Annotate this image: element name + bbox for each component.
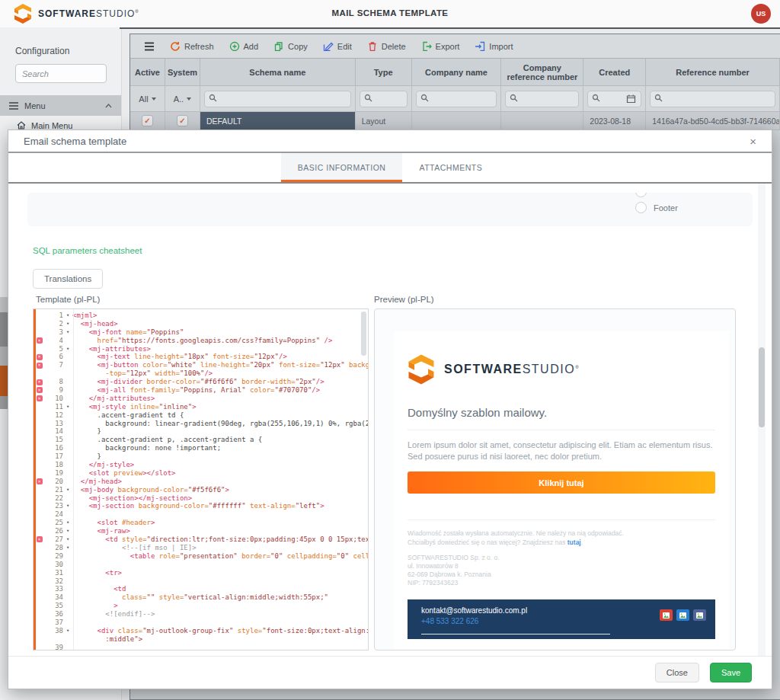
close-button[interactable]: Close bbox=[655, 663, 699, 682]
editor-line-17: 17 } bbox=[34, 452, 368, 461]
cell-created[interactable]: 2023-08-18 bbox=[583, 112, 646, 129]
copy-button[interactable]: Copy bbox=[267, 38, 314, 54]
editor-line-38: 38▾ <div class="mj-outlook-group-fix" st… bbox=[34, 627, 368, 635]
social-broken-image-icon[interactable] bbox=[676, 609, 689, 621]
radio-option-footer[interactable]: Footer bbox=[635, 202, 678, 213]
brand-s-icon bbox=[408, 354, 435, 385]
cell-system[interactable]: ✓ bbox=[165, 112, 200, 129]
dropdown-caret-icon bbox=[152, 97, 156, 101]
cell-active[interactable]: ✓ bbox=[130, 112, 165, 129]
column-header-company-reference-number[interactable]: Company reference number bbox=[501, 59, 583, 85]
export-icon bbox=[421, 41, 432, 51]
fold-arrow-icon[interactable]: ▾ bbox=[63, 320, 72, 328]
column-header-schema-name[interactable]: Schema name bbox=[200, 59, 356, 85]
editor-scrollbar-thumb[interactable] bbox=[361, 312, 366, 356]
error-marker-icon: × bbox=[37, 387, 43, 393]
fold-arrow-icon[interactable]: ▾ bbox=[63, 535, 72, 544]
modal-scrollbar[interactable] bbox=[758, 184, 766, 656]
delete-button[interactable]: Delete bbox=[361, 38, 412, 54]
fold-arrow-icon[interactable]: ▾ bbox=[63, 627, 72, 635]
editor-line-24: 24 bbox=[34, 510, 368, 519]
close-icon[interactable]: × bbox=[750, 136, 756, 147]
schema-options-panel: Footer bbox=[27, 193, 753, 226]
translations-tab[interactable]: Translations bbox=[33, 269, 103, 289]
app-header: SOFTWARESTUDIO® MAIL SCHEMA TEMPLATE US bbox=[0, 0, 780, 27]
import-button[interactable]: Import bbox=[468, 38, 519, 54]
address-line: 62-069 Dąbrowa k. Poznania bbox=[408, 571, 715, 579]
cell-reference_number[interactable]: 1416a47a-bd50-4cd5-bb3f-714660a1 bbox=[646, 112, 780, 129]
radio-option-clipped[interactable] bbox=[635, 193, 647, 197]
social-broken-image-icon[interactable] bbox=[660, 609, 673, 621]
checkbox-checked-icon[interactable]: ✓ bbox=[142, 115, 153, 126]
sidebar-menu-header[interactable]: Menu bbox=[0, 95, 121, 116]
filter-company-name[interactable] bbox=[412, 86, 502, 111]
preview-disclaimer: Wiadomość została wysłana automatycznie.… bbox=[408, 529, 715, 547]
editor-line-8: ×8 <mj-divider border-color="#f6f6f6" bo… bbox=[34, 378, 368, 386]
save-button[interactable]: Save bbox=[710, 663, 752, 682]
search-icon bbox=[364, 94, 375, 104]
grid-menu-button[interactable] bbox=[138, 38, 161, 54]
checkbox-checked-icon[interactable]: ✓ bbox=[177, 115, 188, 126]
sidebar-search-input[interactable]: Search bbox=[15, 64, 107, 83]
editor-line-33: 33 <td bbox=[34, 585, 368, 593]
column-header-created[interactable]: Created bbox=[583, 59, 646, 85]
editor-line-16: 16 background: none !important; bbox=[34, 444, 368, 452]
fold-arrow-icon[interactable]: ▾ bbox=[63, 527, 72, 535]
column-header-system[interactable]: System bbox=[165, 59, 200, 85]
filter-created[interactable] bbox=[583, 86, 646, 111]
sidebar-section-label: Configuration bbox=[15, 46, 121, 56]
tab-basic-information[interactable]: BASIC INFORMATION bbox=[281, 153, 403, 182]
error-marker-icon: × bbox=[37, 536, 43, 542]
mjml-code-editor[interactable]: 1▾<mjml>2▾ <mj-head>3▾ <mj-font name="Po… bbox=[33, 308, 369, 650]
modal-body: Footer SQL parameters cheatsheet Transla… bbox=[8, 184, 772, 656]
search-icon bbox=[592, 94, 603, 104]
filter-type[interactable] bbox=[356, 86, 412, 111]
fold-arrow-icon[interactable]: ▾ bbox=[63, 519, 72, 527]
editor-line-1: 1▾<mjml> bbox=[34, 312, 368, 320]
social-icons bbox=[660, 609, 706, 621]
fold-arrow-icon[interactable]: ▾ bbox=[63, 328, 72, 337]
preview-cta-button[interactable]: Kliknij tutaj bbox=[408, 471, 715, 494]
fold-arrow-icon[interactable]: ▾ bbox=[63, 403, 72, 411]
preview-heading: Domyślny szablon mailowy. bbox=[408, 406, 715, 430]
cell-company_reference_number[interactable] bbox=[501, 112, 583, 129]
tutaj-link[interactable]: tutaj bbox=[567, 539, 581, 546]
filter-schema-name[interactable] bbox=[200, 86, 356, 111]
modal-scrollbar-thumb[interactable] bbox=[759, 347, 765, 427]
add-button[interactable]: Add bbox=[223, 38, 265, 54]
editor-line-18: 18 </mj-style> bbox=[34, 461, 368, 469]
editor-line-32: 32 bbox=[34, 577, 368, 586]
filter-system[interactable]: A.. bbox=[165, 86, 200, 111]
tab-attachments[interactable]: ATTACHMENTS bbox=[402, 153, 499, 182]
refresh-button[interactable]: Refresh bbox=[164, 38, 220, 54]
fold-arrow-icon[interactable]: ▾ bbox=[63, 312, 72, 320]
preview-address-block: SOFTWARESTUDIO Sp. z o. o.ul. Innowatoró… bbox=[408, 554, 715, 587]
filter-reference-number[interactable] bbox=[646, 86, 780, 111]
table-row[interactable]: ✓✓DEFAULTLayout2023-08-181416a47a-bd50-4… bbox=[130, 112, 780, 130]
sidebar-item-label: Main Menu bbox=[31, 121, 72, 130]
fold-arrow-icon[interactable]: ▾ bbox=[63, 502, 72, 510]
modal-tabs: BASIC INFORMATION ATTACHMENTS bbox=[8, 153, 772, 184]
column-header-reference-number[interactable]: Reference number bbox=[646, 59, 780, 85]
edit-button[interactable]: Edit bbox=[317, 38, 358, 54]
column-header-company-name[interactable]: Company name bbox=[412, 59, 502, 85]
column-header-active[interactable]: Active bbox=[130, 59, 165, 85]
cell-schema_name[interactable]: DEFAULT bbox=[200, 112, 356, 129]
cell-type[interactable]: Layout bbox=[356, 112, 412, 129]
preview-label: Preview (pl-PL) bbox=[374, 295, 434, 304]
error-marker-icon: × bbox=[37, 337, 43, 344]
radio-icon bbox=[635, 193, 647, 197]
column-header-type[interactable]: Type bbox=[356, 59, 412, 85]
fold-arrow-icon[interactable]: ▾ bbox=[63, 345, 72, 353]
cell-company_name[interactable] bbox=[412, 112, 502, 129]
social-broken-image-icon[interactable] bbox=[693, 609, 706, 621]
fold-arrow-icon[interactable]: ▾ bbox=[63, 544, 72, 552]
filter-company-reference-number[interactable] bbox=[501, 86, 583, 111]
sql-parameters-cheatsheet-link[interactable]: SQL parameters cheatsheet bbox=[33, 246, 142, 255]
filter-active[interactable]: All bbox=[130, 86, 165, 111]
export-button[interactable]: Export bbox=[415, 38, 466, 54]
user-avatar[interactable]: US bbox=[751, 4, 771, 24]
calendar-icon[interactable] bbox=[626, 94, 637, 104]
editor-line-2: 2▾ <mj-head> bbox=[34, 320, 368, 328]
fold-arrow-icon[interactable]: ▾ bbox=[63, 486, 72, 494]
